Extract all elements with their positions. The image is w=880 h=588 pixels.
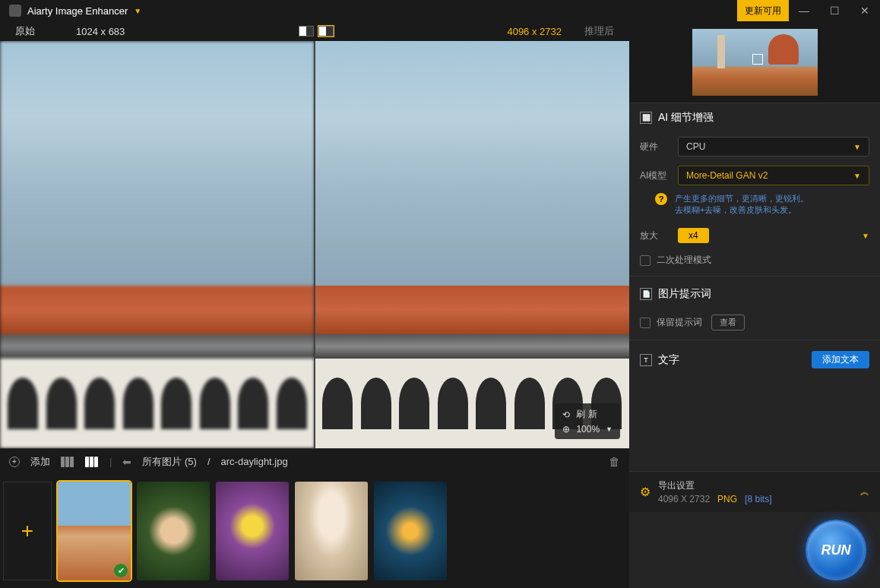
- export-settings-row[interactable]: ⚙ 导出设置 4096 X 2732 PNG [8 bits] ︽: [629, 471, 880, 512]
- add-image-button[interactable]: +: [3, 482, 52, 580]
- maximize-button[interactable]: ☐: [819, 0, 850, 21]
- minimize-button[interactable]: —: [789, 0, 819, 21]
- current-filename: arc-daylight.jpg: [221, 456, 288, 467]
- thumbnail-5[interactable]: [374, 482, 447, 580]
- thumbnail-4[interactable]: [295, 482, 368, 580]
- run-button[interactable]: RUN: [806, 520, 866, 580]
- original-label: 原始: [15, 24, 61, 38]
- view-prompt-button[interactable]: 查看: [711, 315, 745, 330]
- expand-chevron-icon[interactable]: ︽: [860, 485, 869, 498]
- keep-prompt-checkbox[interactable]: [640, 318, 651, 328]
- preview-area[interactable]: ⟲刷 新 ⊕100%▼: [0, 41, 629, 448]
- preview-enhanced: [315, 41, 629, 448]
- hardware-label: 硬件: [640, 141, 670, 153]
- zoom-chevron-icon[interactable]: ▼: [606, 425, 613, 433]
- navigator-preview[interactable]: [629, 21, 880, 103]
- chevron-down-icon: ▼: [853, 143, 861, 151]
- thumbnail-2[interactable]: [137, 482, 210, 580]
- app-menu-chevron-icon[interactable]: ▼: [134, 7, 141, 15]
- preview-original: [0, 41, 315, 448]
- text-icon: T: [640, 354, 652, 366]
- output-dimensions: 4096 x 2732: [507, 26, 562, 37]
- titlebar: Aiarty Image Enhancer ▼ 更新可用 — ☐ ✕: [0, 0, 880, 21]
- view-mode-single-icon[interactable]: [318, 26, 334, 36]
- refresh-icon[interactable]: ⟲: [562, 409, 570, 420]
- thumbnail-3[interactable]: [216, 482, 289, 580]
- second-pass-checkbox[interactable]: [640, 255, 651, 266]
- refresh-label[interactable]: 刷 新: [576, 408, 597, 421]
- view-strip-icon[interactable]: [85, 457, 99, 467]
- model-description: ? 产生更多的细节，更清晰，更锐利。去模糊+去噪，改善皮肤和头发。: [629, 190, 880, 223]
- model-label: AI模型: [640, 169, 670, 182]
- controls-panel: ⬜ AI 细节增强 硬件 CPU▼ AI模型 More-Detail GAN v…: [629, 21, 880, 588]
- all-images-link[interactable]: 所有图片 (5): [142, 455, 197, 469]
- add-icon[interactable]: +: [9, 457, 20, 467]
- chevron-down-icon: ▼: [853, 172, 861, 180]
- info-icon[interactable]: ?: [655, 193, 667, 205]
- breadcrumb-bar: + 添加 | ⬅ 所有图片 (5) / arc-daylight.jpg 🗑: [0, 448, 629, 474]
- split-divider[interactable]: [314, 41, 315, 448]
- scale-value-button[interactable]: x4: [678, 228, 709, 243]
- prompt-icon: 📄: [640, 288, 652, 300]
- enhance-icon: ⬜: [640, 112, 652, 124]
- thumbnail-strip: + ✔: [0, 474, 629, 588]
- thumbnail-1[interactable]: ✔: [58, 482, 131, 580]
- back-icon[interactable]: ⬅: [122, 456, 131, 468]
- zoom-icon: ⊕: [562, 424, 570, 435]
- app-logo: [9, 5, 21, 17]
- export-bits: [8 bits]: [745, 494, 771, 504]
- original-dimensions: 1024 x 683: [76, 26, 125, 37]
- zoom-value: 100%: [576, 424, 600, 435]
- dimensions-bar: 原始 1024 x 683 4096 x 2732 推理后: [0, 21, 629, 41]
- model-select[interactable]: More-Detail GAN v2▼: [678, 166, 869, 185]
- text-header: T 文字 添加文本: [629, 343, 880, 376]
- zoom-controls: ⟲刷 新 ⊕100%▼: [555, 403, 620, 439]
- check-icon: ✔: [114, 564, 128, 577]
- prompt-header: 📄 图片提示词: [629, 280, 880, 308]
- view-mode-split-icon[interactable]: [299, 26, 314, 36]
- export-format: PNG: [717, 494, 737, 504]
- ai-enhance-header: ⬜ AI 细节增强: [629, 103, 880, 132]
- app-title: Aiarty Image Enhancer: [27, 5, 128, 17]
- update-available-button[interactable]: 更新可用: [737, 0, 789, 21]
- scale-label: 放大: [640, 229, 670, 242]
- navigator-viewport-box[interactable]: [752, 54, 763, 65]
- export-title: 导出设置: [658, 479, 771, 492]
- hardware-select[interactable]: CPU▼: [678, 137, 869, 156]
- export-dims: 4096 X 2732: [658, 494, 710, 504]
- add-label[interactable]: 添加: [30, 455, 50, 469]
- second-pass-label: 二次处理模式: [657, 254, 711, 267]
- close-button[interactable]: ✕: [850, 0, 880, 21]
- post-label: 推理后: [584, 24, 614, 38]
- view-grid-icon[interactable]: [61, 457, 74, 467]
- scale-chevron-icon[interactable]: ▼: [862, 232, 869, 240]
- delete-icon[interactable]: 🗑: [609, 455, 620, 468]
- keep-prompt-label: 保留提示词: [657, 316, 702, 329]
- gear-icon: ⚙: [640, 485, 651, 499]
- add-text-button[interactable]: 添加文本: [812, 351, 869, 368]
